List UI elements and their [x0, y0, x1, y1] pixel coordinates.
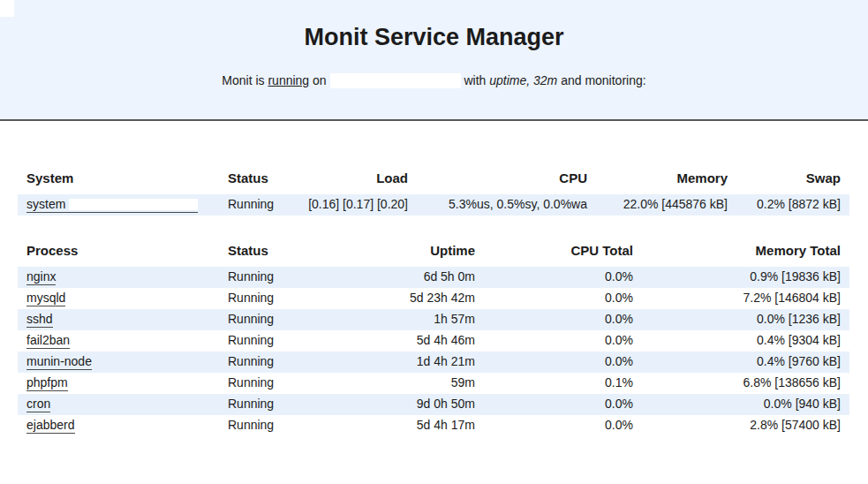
redacted-hostname: [69, 199, 198, 210]
status-value: Running: [219, 194, 307, 216]
status-value: Running: [219, 267, 307, 288]
cpu-total-value: 0.0%: [475, 288, 633, 309]
load-value: [0.16] [0.17] [0.20]: [307, 194, 408, 216]
memory-total-value: 0.4% [9760 kB]: [633, 352, 849, 373]
page-title: Monit Service Manager: [0, 0, 868, 51]
uptime-value: 5d 4h 17m: [307, 415, 475, 436]
status-value: Running: [219, 309, 307, 330]
process-service-link[interactable]: mysqld: [26, 291, 65, 306]
cpu-total-value: 0.1%: [475, 373, 633, 394]
uptime-value: 9d 0h 50m: [307, 394, 475, 415]
col-header-system: System: [18, 170, 219, 194]
process-row-fail2ban: fail2ban Running 5d 4h 46m 0.0% 0.4% [93…: [18, 330, 849, 352]
uptime-text: uptime, 32m: [489, 73, 557, 87]
process-row-phpfpm: phpfpm Running 59m 0.1% 6.8% [138656 kB]: [18, 373, 849, 394]
system-row: system Running [0.16] [0.17] [0.20] 5.3%…: [18, 194, 849, 216]
uptime-value: 1h 57m: [307, 309, 475, 330]
cpu-total-value: 0.0%: [475, 415, 633, 436]
memory-total-value: 2.8% [57400 kB]: [633, 415, 849, 436]
process-row-ejabberd: ejabberd Running 5d 4h 17m 0.0% 2.8% [57…: [18, 415, 849, 436]
status-value: Running: [219, 330, 307, 352]
cpu-total-value: 0.0%: [475, 394, 633, 415]
col-header-process: Process: [18, 243, 219, 267]
uptime-value: 5d 23h 42m: [307, 288, 475, 309]
status-value: Running: [219, 288, 307, 309]
monit-running-link[interactable]: running: [268, 73, 309, 87]
cpu-total-value: 0.0%: [475, 309, 633, 330]
memory-total-value: 0.9% [19836 kB]: [633, 267, 849, 288]
memory-total-value: 6.8% [138656 kB]: [633, 373, 849, 394]
uptime-value: 5d 4h 46m: [307, 330, 475, 352]
process-table-header-row: Process Status Uptime CPU Total Memory T…: [18, 243, 849, 267]
memory-total-value: 0.0% [940 kB]: [633, 394, 849, 415]
col-header-cpu-total: CPU Total: [475, 243, 633, 267]
process-row-mysqld: mysqld Running 5d 23h 42m 0.0% 7.2% [146…: [18, 288, 849, 309]
col-header-load: Load: [307, 170, 408, 194]
col-header-swap: Swap: [728, 170, 849, 194]
col-header-memory: Memory: [587, 170, 728, 194]
intro-with: with: [461, 73, 490, 87]
intro-on: on: [309, 73, 329, 87]
process-row-sshd: sshd Running 1h 57m 0.0% 0.0% [1236 kB]: [18, 309, 849, 330]
cpu-total-value: 0.0%: [475, 352, 633, 373]
col-header-status: Status: [219, 243, 307, 267]
redaction-patch: [0, 0, 14, 17]
uptime-value: 6d 5h 0m: [307, 267, 475, 288]
col-header-memory-total: Memory Total: [633, 243, 849, 267]
status-value: Running: [219, 373, 307, 394]
cpu-total-value: 0.0%: [475, 330, 633, 352]
process-service-link[interactable]: fail2ban: [26, 333, 70, 349]
redacted-hostname: [330, 73, 461, 88]
system-table: System Status Load CPU Memory Swap syste…: [18, 170, 849, 216]
system-service-link[interactable]: system: [26, 197, 198, 213]
process-row-nginx: nginx Running 6d 5h 0m 0.0% 0.9% [19836 …: [18, 267, 849, 288]
status-value: Running: [219, 352, 307, 373]
intro-prefix: Monit is: [222, 73, 268, 87]
col-header-status: Status: [219, 170, 307, 194]
process-row-cron: cron Running 9d 0h 50m 0.0% 0.0% [940 kB…: [18, 394, 849, 415]
process-table: Process Status Uptime CPU Total Memory T…: [18, 243, 849, 436]
page-header: Monit Service Manager Monit is running o…: [0, 0, 868, 121]
memory-total-value: 7.2% [146804 kB]: [633, 288, 849, 309]
process-service-link[interactable]: phpfpm: [26, 375, 68, 391]
status-value: Running: [219, 394, 307, 415]
intro-suffix: and monitoring:: [557, 73, 645, 87]
system-table-header-row: System Status Load CPU Memory Swap: [18, 170, 849, 194]
process-service-link[interactable]: nginx: [26, 269, 56, 285]
process-service-link[interactable]: cron: [26, 397, 50, 412]
cpu-total-value: 0.0%: [475, 267, 633, 288]
memory-total-value: 0.0% [1236 kB]: [633, 309, 849, 330]
memory-total-value: 0.4% [9304 kB]: [633, 330, 849, 352]
swap-value: 0.2% [8872 kB]: [728, 194, 849, 216]
memory-value: 22.0% [445876 kB]: [587, 194, 728, 216]
process-service-link[interactable]: ejabberd: [26, 418, 75, 434]
status-value: Running: [219, 415, 307, 436]
intro-text: Monit is running on with uptime, 32m and…: [0, 73, 868, 88]
uptime-value: 1d 4h 21m: [307, 352, 475, 373]
uptime-value: 59m: [307, 373, 475, 394]
process-service-link[interactable]: sshd: [26, 312, 53, 328]
col-header-uptime: Uptime: [307, 243, 475, 267]
process-service-link[interactable]: munin-node: [26, 354, 92, 370]
cpu-value: 5.3%us, 0.5%sy, 0.0%wa: [408, 194, 587, 216]
col-header-cpu: CPU: [408, 170, 587, 194]
process-row-munin-node: munin-node Running 1d 4h 21m 0.0% 0.4% […: [18, 352, 849, 373]
system-service-name: system: [26, 197, 65, 211]
